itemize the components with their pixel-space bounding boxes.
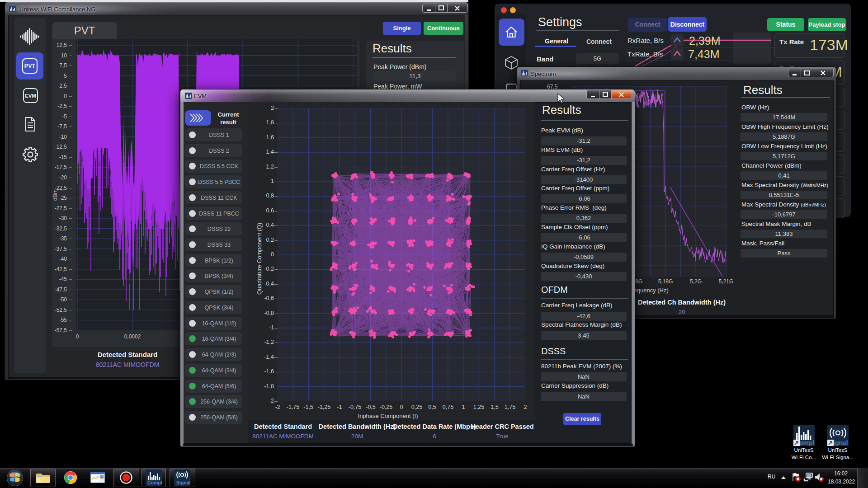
svg-text:ompl: ompl <box>799 439 814 446</box>
svg-text:ignal: ignal <box>833 439 848 446</box>
svg-text:Signal: Signal <box>176 480 190 485</box>
svg-text:Compl: Compl <box>147 480 162 485</box>
